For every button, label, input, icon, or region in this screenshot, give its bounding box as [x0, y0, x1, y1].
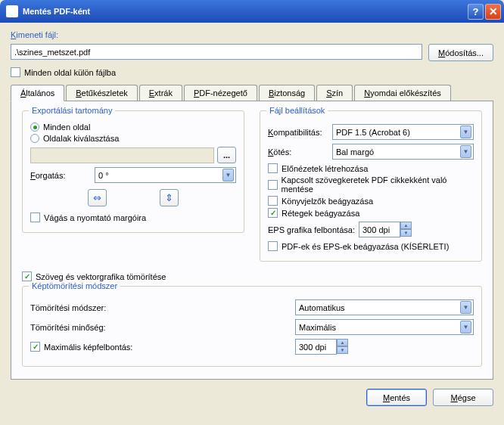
rotation-label: Forgatás:	[30, 171, 95, 180]
spin-down-button[interactable]: ▼	[400, 229, 412, 237]
rotation-dropdown[interactable]: 0 ° ▼	[95, 167, 236, 183]
thumbnails-checkbox[interactable]	[268, 163, 278, 173]
tab-prepress[interactable]: Nyomdai előkészítés	[354, 85, 451, 101]
chevron-down-icon: ▼	[222, 169, 234, 181]
compress-text-label: Szöveg és vektorgrafika tömörítése	[36, 272, 166, 281]
chevron-down-icon: ▼	[460, 145, 471, 158]
select-pages-radio[interactable]	[30, 134, 39, 143]
binding-value: Bal margó	[336, 147, 374, 157]
max-res-label: Maximális képfelbontás:	[44, 343, 132, 352]
compress-quality-dropdown[interactable]: Maximális ▼	[295, 319, 474, 335]
tab-color[interactable]: Szín	[316, 85, 353, 101]
mirror-horizontal-button[interactable]	[88, 189, 107, 206]
page-range-picker-button[interactable]: ...	[217, 147, 236, 163]
eps-res-label: EPS grafika felbontása:	[268, 225, 359, 234]
compat-dropdown[interactable]: PDF 1.5 (Acrobat 6) ▼	[332, 124, 474, 140]
compress-method-dropdown[interactable]: Automatikus ▼	[295, 299, 474, 315]
tab-panel-general: Exportálási tartomány Minden oldal Oldal…	[11, 101, 493, 380]
mirror-vertical-button[interactable]	[160, 189, 179, 206]
titlebar: Mentés PDF-ként ? ✕	[0, 0, 504, 23]
compress-method-label: Tömörítési módszer:	[30, 303, 295, 312]
output-file-input[interactable]	[11, 44, 422, 60]
export-range-group: Exportálási tartomány Minden oldal Oldal…	[22, 110, 244, 233]
bookmarks-label: Könyvjelzők beágyazása	[282, 197, 373, 206]
output-file-label: Kimeneti fájl:	[11, 30, 493, 39]
chevron-down-icon: ▼	[460, 126, 471, 138]
eps-res-spinner[interactable]: ▲ ▼	[359, 222, 412, 237]
all-pages-label: Minden oldal	[43, 123, 90, 132]
embed-pdf-eps-checkbox[interactable]	[268, 241, 278, 251]
separate-files-checkbox[interactable]	[11, 67, 20, 77]
binding-label: Kötés:	[268, 147, 332, 157]
compress-quality-value: Maximális	[299, 323, 336, 332]
linked-frames-label: Kapcsolt szövegkeretek PDF cikkekként va…	[282, 175, 474, 194]
tab-security[interactable]: Biztonság	[259, 85, 315, 101]
select-pages-label: Oldalak kiválasztása	[43, 134, 119, 143]
max-res-checkbox[interactable]: ✓	[30, 342, 40, 352]
image-compress-title: Képtömörítési módszer	[29, 281, 120, 290]
crop-label: Vágás a nyomtató margóira	[44, 213, 146, 222]
eps-res-input[interactable]	[359, 222, 400, 237]
spin-down-button[interactable]: ▼	[337, 346, 348, 354]
all-pages-radio[interactable]	[30, 123, 39, 132]
cancel-button[interactable]: Mégse	[433, 389, 493, 406]
thumbnails-label: Előnézetek létrehozása	[282, 164, 368, 173]
app-icon	[6, 5, 18, 17]
file-settings-title: Fájl beállítások	[266, 106, 328, 115]
spin-up-button[interactable]: ▲	[337, 339, 348, 346]
save-button[interactable]: Mentés	[366, 389, 427, 406]
compress-method-value: Automatikus	[299, 303, 345, 312]
binding-dropdown[interactable]: Bal margó ▼	[332, 144, 474, 160]
compress-quality-label: Tömörítési minőség:	[30, 323, 295, 332]
max-res-spinner[interactable]: ▲ ▼	[295, 339, 348, 355]
spin-up-button[interactable]: ▲	[400, 222, 412, 229]
arrows-vertical-icon	[165, 192, 173, 203]
separate-files-label: Minden oldal külön fájlba	[24, 68, 116, 77]
file-settings-group: Fájl beállítások Kompatibilitás: PDF 1.5…	[260, 110, 482, 262]
close-button[interactable]: ✕	[485, 4, 501, 20]
tab-extras[interactable]: Extrák	[139, 85, 182, 101]
rotation-value: 0 °	[98, 171, 109, 180]
help-button[interactable]: ?	[468, 4, 484, 20]
modify-button[interactable]: Módosítás...	[428, 44, 493, 61]
bookmarks-checkbox[interactable]	[268, 196, 278, 206]
compat-label: Kompatibilitás:	[268, 128, 332, 137]
export-range-title: Exportálási tartomány	[29, 106, 115, 115]
tab-viewer[interactable]: PDF-nézegető	[184, 85, 257, 101]
tab-fonts[interactable]: Betűkészletek	[66, 85, 138, 101]
layers-checkbox[interactable]: ✓	[268, 208, 278, 218]
crop-checkbox[interactable]	[30, 212, 40, 222]
tab-bar: Általános Betűkészletek Extrák PDF-nézeg…	[11, 85, 493, 101]
tab-general[interactable]: Általános	[11, 85, 64, 101]
chevron-down-icon: ▼	[460, 301, 471, 314]
compat-value: PDF 1.5 (Acrobat 6)	[336, 128, 410, 137]
page-range-input	[30, 147, 214, 163]
layers-label: Rétegek beágyazása	[282, 209, 359, 218]
linked-frames-checkbox[interactable]	[268, 180, 278, 190]
window-title: Mentés PDF-ként	[23, 7, 468, 16]
arrows-horizontal-icon	[93, 192, 101, 203]
chevron-down-icon: ▼	[460, 321, 471, 333]
embed-pdf-eps-label: PDF-ek és EPS-ek beágyazása (KÍSÉRLETI)	[282, 242, 449, 251]
image-compress-group: Képtömörítési módszer Tömörítési módszer…	[22, 286, 482, 367]
max-res-input[interactable]	[295, 339, 337, 355]
compress-text-checkbox[interactable]: ✓	[22, 271, 32, 281]
